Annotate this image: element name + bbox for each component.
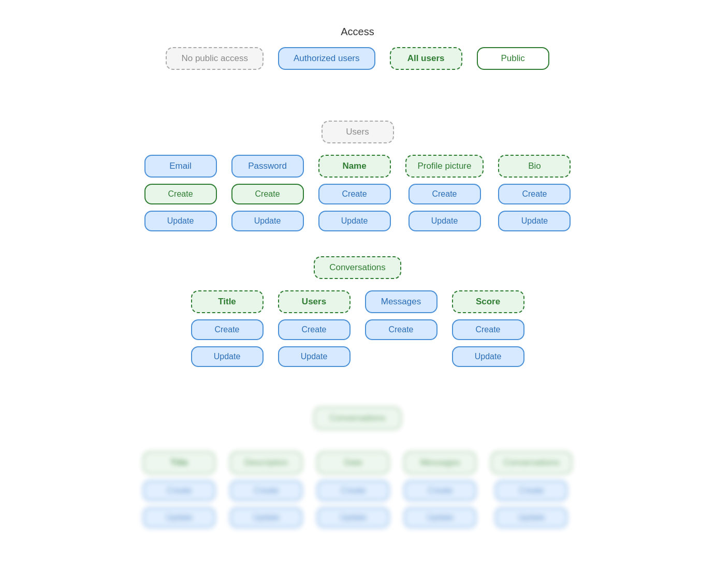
conv-messages-create-btn[interactable]: Create [365,319,437,340]
conv-title-update-btn[interactable]: Update [191,346,264,367]
password-update-btn[interactable]: Update [231,211,304,231]
blurred-section: Conversations Title Create Update Descri… [0,407,715,588]
users-entity-section: Users Email Create Update Password Creat… [0,121,715,231]
field-col-bio: Bio Create Update [498,155,571,231]
users-entity-badge[interactable]: Users [322,121,394,143]
blurred-update-0: Update [143,507,215,528]
field-name-conv-users[interactable]: Users [278,290,351,313]
field-col-profile-picture: Profile picture Create Update [405,155,484,231]
blurred-entity-badge: Conversations [314,407,401,430]
name-create-btn[interactable]: Create [318,184,391,204]
blurred-field-1: Description [230,451,302,474]
profile-picture-create-btn[interactable]: Create [408,184,481,204]
field-name-score[interactable]: Score [452,290,524,313]
blurred-field-0: Title [143,451,215,474]
users-fields-grid: Email Create Update Password Create Upda… [144,155,571,231]
users-header: Users [322,121,394,143]
bio-update-btn[interactable]: Update [498,211,571,231]
blurred-field-4: Conversations [491,451,572,474]
conversations-entity-section: Conversations Title Create Update Users … [0,256,715,367]
email-create-btn[interactable]: Create [144,184,217,204]
blurred-field-3: Messages [404,451,476,474]
conv-users-create-btn[interactable]: Create [278,319,351,340]
access-authorized-users[interactable]: Authorized users [278,47,375,70]
blurred-col-4: Conversations Create Update [491,451,572,528]
blurred-update-3: Update [404,507,476,528]
profile-picture-update-btn[interactable]: Update [408,211,481,231]
blurred-create-2: Create [317,480,389,501]
conv-users-update-btn[interactable]: Update [278,346,351,367]
email-update-btn[interactable]: Update [144,211,217,231]
blurred-update-2: Update [317,507,389,528]
access-no-public[interactable]: No public access [166,47,264,70]
access-public[interactable]: Public [477,47,549,70]
field-col-score: Score Create Update [452,290,524,367]
field-col-messages: Messages Create [365,290,437,340]
field-name-password[interactable]: Password [231,155,304,178]
blurred-update-1: Update [230,507,302,528]
field-col-title: Title Create Update [191,290,264,367]
name-update-btn[interactable]: Update [318,211,391,231]
conversations-entity-badge[interactable]: Conversations [314,256,401,279]
blurred-field-2: Date [317,451,389,474]
bio-create-btn[interactable]: Create [498,184,571,204]
blurred-col-2: Date Create Update [317,451,389,528]
field-name-email[interactable]: Email [144,155,217,178]
field-name-name[interactable]: Name [318,155,391,178]
access-section: Access No public access Authorized users… [0,26,715,96]
access-options-row: No public access Authorized users All us… [166,47,549,70]
field-col-email: Email Create Update [144,155,217,231]
access-title: Access [341,26,374,38]
page-container: Access No public access Authorized users… [0,0,715,392]
field-name-profile-picture[interactable]: Profile picture [405,155,484,178]
blurred-create-1: Create [230,480,302,501]
access-all-users[interactable]: All users [390,47,462,70]
field-col-password: Password Create Update [231,155,304,231]
blurred-col-0: Title Create Update [143,451,215,528]
conversations-fields-grid: Title Create Update Users Create Update … [191,290,524,367]
blurred-create-3: Create [404,480,476,501]
conv-title-create-btn[interactable]: Create [191,319,264,340]
field-col-conv-users: Users Create Update [278,290,351,367]
field-name-messages[interactable]: Messages [365,290,437,313]
blurred-create-0: Create [143,480,215,501]
blurred-update-4: Update [495,507,567,528]
field-col-name: Name Create Update [318,155,391,231]
blurred-col-1: Description Create Update [230,451,302,528]
field-name-bio[interactable]: Bio [498,155,571,178]
blurred-fields-grid: Title Create Update Description Create U… [143,451,572,528]
blurred-col-3: Messages Create Update [404,451,476,528]
conversations-header: Conversations [314,256,401,279]
field-name-title[interactable]: Title [191,290,264,313]
blurred-create-4: Create [495,480,567,501]
conv-score-create-btn[interactable]: Create [452,319,524,340]
conv-score-update-btn[interactable]: Update [452,346,524,367]
password-create-btn[interactable]: Create [231,184,304,204]
